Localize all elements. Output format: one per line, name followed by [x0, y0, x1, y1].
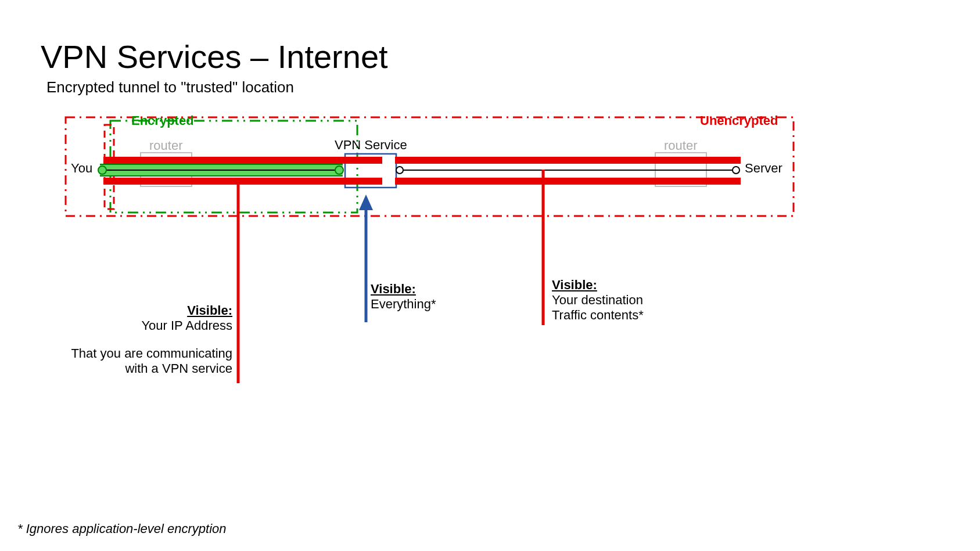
label-router-1: router [149, 138, 182, 153]
callout-left: Visible: Your IP Address That you are co… [64, 303, 232, 376]
callout-right-header: Visible: [552, 278, 738, 293]
footnote: * Ignores application-level encryption [17, 521, 227, 536]
label-you: You [71, 161, 92, 176]
svg-point-17 [396, 167, 403, 174]
callout-right-line1: Your destination [552, 293, 738, 308]
callout-right: Visible: Your destination Traffic conten… [552, 278, 738, 323]
callout-right-line2: Traffic contents* [552, 308, 738, 323]
svg-rect-6 [103, 157, 382, 164]
label-router-2: router [664, 138, 697, 153]
svg-rect-7 [103, 178, 382, 185]
svg-point-14 [98, 166, 106, 174]
callout-left-line2: That you are communicating [64, 346, 232, 361]
label-unencrypted: Unencrypted [700, 113, 778, 128]
label-vpn-service: VPN Service [335, 138, 407, 153]
svg-point-15 [335, 166, 343, 174]
callout-left-line1: Your IP Address [64, 318, 232, 333]
svg-point-18 [733, 167, 740, 174]
svg-rect-8 [395, 157, 741, 164]
callout-left-header: Visible: [64, 303, 232, 318]
svg-rect-9 [395, 178, 741, 185]
svg-marker-21 [359, 195, 373, 210]
callout-middle-line1: Everything* [371, 297, 522, 312]
callout-left-line3: with a VPN service [64, 361, 232, 376]
label-server: Server [745, 161, 782, 176]
label-encrypted: Encrypted [131, 113, 194, 128]
callout-middle-header: Visible: [371, 282, 522, 297]
callout-middle: Visible: Everything* [371, 282, 522, 312]
vpn-diagram [0, 0, 980, 551]
